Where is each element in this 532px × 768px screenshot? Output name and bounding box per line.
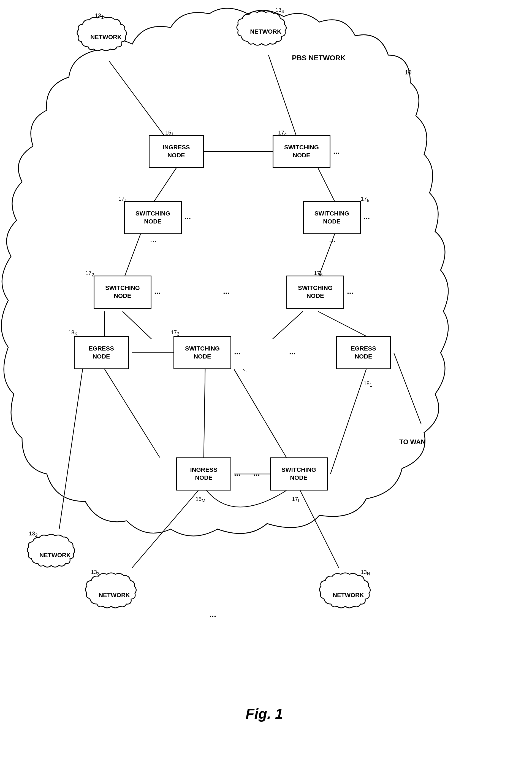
svg-line-17 [59, 369, 83, 529]
cloud-networkN-label: NETWORK [333, 592, 364, 599]
svg-line-1 [268, 55, 296, 135]
ref-18k: 18K [68, 329, 77, 337]
dots-172: ··· [154, 289, 161, 297]
ref-151: 151 [165, 129, 174, 137]
dots-181: ··· [289, 349, 295, 358]
ingress-node-1: INGRESSNODE [149, 135, 204, 168]
dots-176a: ··· [223, 289, 229, 297]
dots-bottom: ··· [209, 612, 216, 621]
ref-13n: 13N [361, 569, 370, 577]
switching-node-3: SWITCHINGNODE [173, 336, 231, 369]
cloud-network2-label: NETWORK [39, 552, 71, 559]
svg-line-16 [330, 369, 366, 474]
switching-node-2: SWITCHINGNODE [94, 275, 151, 308]
svg-line-18 [132, 491, 198, 568]
dots-176b: ··· [347, 289, 353, 297]
svg-line-5 [318, 168, 335, 201]
ref-10: 10 [405, 69, 411, 76]
cloud-networkN: NETWORK [317, 571, 380, 620]
egress-node-1: EGRESSNODE [336, 336, 391, 369]
ref-173: 173 [171, 329, 180, 337]
ref-132: 132 [29, 531, 38, 538]
figure-label: Fig. 1 [209, 705, 319, 722]
cloud-network2: NETWORK [25, 532, 85, 579]
svg-line-0 [109, 61, 164, 135]
vdots-2: ⋮ [329, 238, 336, 245]
switching-node-1: SWITCHINGNODE [124, 201, 182, 234]
ingress-node-1-label: INGRESSNODE [162, 144, 190, 159]
dots-174: ··· [333, 149, 340, 158]
svg-line-12 [204, 369, 205, 458]
ref-175: 175 [361, 196, 370, 203]
switching-node-l: SWITCHINGNODE [270, 458, 328, 491]
svg-line-14 [234, 369, 286, 458]
ingress-node-m: INGRESSNODE [176, 458, 231, 491]
vdots-1: ⋮ [150, 238, 157, 245]
cloud-network1-label: NETWORK [90, 34, 122, 41]
egress-node-k: EGRESSNODE [74, 336, 129, 369]
dots-15m-r: ··· [234, 471, 240, 480]
ref-176: 176 [314, 270, 323, 278]
cloud-network3: NETWORK [83, 571, 146, 620]
dots-171: ··· [184, 214, 191, 223]
switching-node-l-label: SWITCHINGNODE [281, 466, 316, 482]
egress-node-k-label: EGRESSNODE [89, 345, 114, 360]
ref-133: 133 [91, 569, 100, 577]
egress-node-1-label: EGRESSNODE [351, 345, 376, 360]
ref-134: 134 [275, 7, 284, 15]
switching-node-5-label: SWITCHINGNODE [314, 210, 349, 225]
dots-175: ··· [363, 214, 370, 223]
svg-line-7 [123, 311, 151, 339]
diagram-container: NETWORK 131 NETWORK 134 PBS NETWORK 10 I… [0, 0, 532, 768]
switching-node-2-label: SWITCHINGNODE [105, 284, 140, 300]
ref-17l: 17L [292, 496, 301, 504]
ref-174: 174 [278, 129, 287, 137]
switching-node-1-label: SWITCHINGNODE [135, 210, 170, 225]
dots-173: ··· [234, 349, 240, 358]
switching-node-6: SWITCHINGNODE [286, 275, 344, 308]
dots-15m-r2: ··· [253, 471, 260, 480]
pbs-network-label: PBS NETWORK [292, 54, 346, 62]
ref-131: 131 [95, 12, 104, 20]
cloud-network1: NETWORK [74, 14, 138, 61]
svg-line-19 [300, 491, 339, 568]
svg-line-10 [105, 369, 160, 458]
svg-line-4 [124, 234, 140, 278]
svg-line-13 [318, 311, 366, 336]
ingress-node-m-label: INGRESSNODE [190, 466, 217, 482]
svg-line-20 [394, 353, 421, 425]
ref-15m: 15M [196, 496, 205, 504]
switching-node-5: SWITCHINGNODE [303, 201, 361, 234]
ref-172: 172 [85, 270, 94, 278]
svg-line-3 [154, 168, 176, 201]
to-wan-label: TO WAN [399, 438, 426, 446]
cloud-network4-label: NETWORK [250, 28, 281, 35]
ref-171: 171 [118, 196, 127, 203]
switching-node-3-label: SWITCHINGNODE [185, 345, 220, 360]
switching-node-4-label: SWITCHINGNODE [284, 144, 319, 159]
ref-181: 181 [363, 380, 372, 388]
cloud-network4: NETWORK [234, 8, 297, 55]
switching-node-4: SWITCHINGNODE [273, 135, 330, 168]
cloud-network3-label: NETWORK [99, 592, 130, 599]
svg-line-8 [273, 311, 303, 339]
switching-node-6-label: SWITCHINGNODE [298, 284, 333, 300]
diag-dots-173: ··· [240, 366, 250, 375]
